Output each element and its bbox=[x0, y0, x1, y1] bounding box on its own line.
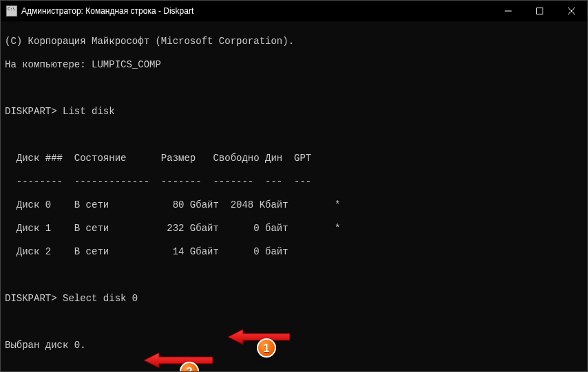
blank bbox=[5, 83, 583, 94]
computer-line: На компьютере: LUMPICS_COMP bbox=[5, 59, 583, 71]
blank bbox=[5, 363, 583, 371]
disk-selected: Выбран диск 0. bbox=[5, 340, 583, 351]
window-title: Администратор: Командная строка - Diskpa… bbox=[21, 6, 492, 16]
blank bbox=[5, 316, 583, 328]
minimize-button[interactable] bbox=[492, 1, 524, 21]
disk-row: Диск 2 В сети 14 Gбайт 0 байт bbox=[5, 246, 583, 258]
blank bbox=[5, 270, 583, 281]
disk-row: Диск 0 В сети 80 Gбайт 2048 Kбайт * bbox=[5, 199, 583, 211]
close-button[interactable] bbox=[556, 1, 587, 21]
cmd-window: Администратор: Командная строка - Diskpa… bbox=[0, 0, 588, 372]
terminal-output[interactable]: (C) Корпорация Майкрософт (Microsoft Cor… bbox=[1, 21, 587, 371]
copyright-line: (C) Корпорация Майкрософт (Microsoft Cor… bbox=[5, 36, 583, 47]
maximize-button[interactable] bbox=[524, 1, 556, 21]
blank bbox=[5, 129, 583, 141]
cmd-icon bbox=[6, 6, 17, 17]
prompt-select-disk: DISKPART> Select disk 0 bbox=[5, 293, 583, 305]
titlebar[interactable]: Администратор: Командная строка - Diskpa… bbox=[1, 1, 587, 21]
prompt-list-disk: DISKPART> List disk bbox=[5, 106, 583, 118]
disk-rule: -------- ------------- ------- ------- -… bbox=[5, 176, 583, 188]
disk-header: Диск ### Состояние Размер Свободно Дин G… bbox=[5, 153, 583, 164]
svg-rect-1 bbox=[537, 8, 543, 14]
disk-row: Диск 1 В сети 232 Gбайт 0 байт * bbox=[5, 223, 583, 234]
